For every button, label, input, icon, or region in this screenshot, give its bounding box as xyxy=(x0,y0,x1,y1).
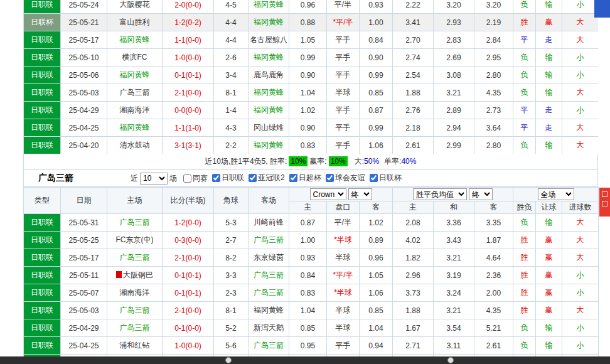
score-link[interactable]: 1-0(0-0) xyxy=(163,49,214,67)
scope-select[interactable]: 全场 xyxy=(538,188,574,200)
league-badge[interactable]: 日职联 xyxy=(24,102,61,119)
floating-top-button[interactable] xyxy=(594,0,610,18)
home-team-link[interactable]: 湘南海洋 xyxy=(120,105,150,114)
score-link[interactable]: 0-1(0-0) xyxy=(163,319,214,337)
same-competition-checkbox[interactable] xyxy=(183,174,191,183)
score-link[interactable]: 0-3(0-0) xyxy=(163,232,214,249)
ah-away-odds: 0.84 xyxy=(360,31,393,49)
eu-draw-odds: 3.21 xyxy=(434,84,474,102)
home-team-link[interactable]: 福冈黄蜂 xyxy=(120,123,150,132)
eu-away-odds: 2.61 xyxy=(474,337,513,355)
score-link[interactable]: 2-0(0-0) xyxy=(163,0,214,14)
ah-home-odds: 1.05 xyxy=(289,31,327,49)
league-filter-checkbox[interactable] xyxy=(249,174,257,182)
home-team-link[interactable]: 湘南海洋 xyxy=(120,288,150,297)
league-badge[interactable]: 日职联 xyxy=(24,267,61,284)
home-team-link[interactable]: 横滨FC xyxy=(122,53,147,62)
league-filters: 日职联亚冠联2日超杯球会友谊日联杯 xyxy=(208,173,402,184)
away-team-link[interactable]: 广岛三箭 xyxy=(254,270,284,279)
score-link[interactable]: 2-1(0-0) xyxy=(163,249,214,267)
league-filter-checkbox[interactable] xyxy=(370,174,378,182)
score-link[interactable]: 1-2(0-0) xyxy=(163,214,214,232)
score-link[interactable]: 3-1(3-1) xyxy=(163,137,214,154)
home-team-link[interactable]: 广岛三箭 xyxy=(120,323,150,332)
home-team-link[interactable]: FC东京(中) xyxy=(116,235,154,244)
league-badge[interactable]: 日职联 xyxy=(24,137,61,154)
league-badge[interactable]: 日联杯 xyxy=(24,14,61,31)
home-team-link[interactable]: 广岛三箭 xyxy=(120,253,150,262)
away-team-link[interactable]: 福冈黄蜂 xyxy=(254,0,284,9)
score-link[interactable]: 1-1(0-0) xyxy=(163,31,214,49)
home-team-link[interactable]: 福冈黄蜂 xyxy=(120,35,150,44)
league-badge[interactable]: 日职联 xyxy=(24,337,61,355)
league-badge[interactable]: 日职联 xyxy=(24,319,61,337)
floating-side-tab[interactable] xyxy=(599,188,610,217)
page: 日职联25-05-24大阪樱花2-0(0-0)4-5福冈黄蜂0.96平/半0.9… xyxy=(0,0,610,364)
result-handicap: 赢 xyxy=(536,267,562,284)
ah-line: 平手 xyxy=(327,102,360,119)
away-team-link[interactable]: 东京绿茵 xyxy=(254,253,284,262)
euro-odds-source-select[interactable]: 胜平负均值 xyxy=(413,188,467,200)
away-team-link[interactable]: 广岛三箭 xyxy=(254,341,284,350)
recent-count-select[interactable]: 10 xyxy=(140,173,168,185)
away-team-link[interactable]: 福冈黄蜂 xyxy=(254,306,284,314)
away-team-link[interactable]: 鹿岛鹿角 xyxy=(254,70,284,79)
away-team-link[interactable]: 名古屋鲸八 xyxy=(250,35,287,44)
away-team-link[interactable]: 冈山绿雉 xyxy=(254,123,284,132)
league-filter-checkbox[interactable] xyxy=(289,174,297,182)
home-team-link[interactable]: 浦和红钻 xyxy=(120,341,150,350)
league-badge[interactable]: 日职联 xyxy=(24,214,61,232)
eu-draw-odds: 3.08 xyxy=(434,67,474,84)
league-badge[interactable]: 日职联 xyxy=(24,119,61,137)
score-link[interactable]: 0-1(0-1) xyxy=(163,267,214,284)
league-badge[interactable]: 日职联 xyxy=(24,84,61,102)
away-team-link[interactable]: 广岛三箭 xyxy=(254,288,284,297)
away-team-cell: 福冈黄蜂 xyxy=(249,14,289,31)
home-team-link[interactable]: 广岛三箭 xyxy=(120,88,150,97)
bookmaker-select[interactable]: Crown xyxy=(310,188,346,200)
league-badge[interactable]: 日职联 xyxy=(24,67,61,84)
home-team-link[interactable]: 福冈黄蜂 xyxy=(120,70,150,79)
league-filter-checkbox[interactable] xyxy=(212,174,220,182)
home-team-link[interactable]: 清水鼓动 xyxy=(120,141,150,149)
corner-cell: 1-4 xyxy=(214,102,249,119)
score-link[interactable]: 0-0(0-0) xyxy=(163,102,214,119)
eu-final-select[interactable]: 终 xyxy=(469,188,493,200)
home-team-link[interactable]: 富山胜利 xyxy=(120,18,150,26)
league-badge[interactable]: 日职联 xyxy=(24,302,61,319)
league-badge[interactable]: 日职联 xyxy=(24,31,61,49)
score-link[interactable]: 0-1(0-1) xyxy=(163,284,214,302)
home-team-link[interactable]: 广岛三箭 xyxy=(120,306,150,314)
league-filter-checkbox[interactable] xyxy=(326,174,334,182)
score-link[interactable]: 1-0(0-0) xyxy=(163,337,214,355)
away-team-link[interactable]: 福冈黄蜂 xyxy=(254,141,284,149)
away-team-link[interactable]: 广岛三箭 xyxy=(254,235,284,244)
home-team-link[interactable]: 广岛三箭 xyxy=(120,218,150,227)
eu-home-odds: 1.88 xyxy=(393,302,434,319)
league-badge[interactable]: 日职联 xyxy=(24,232,61,249)
league-badge[interactable]: 日职联 xyxy=(24,49,61,67)
away-team-link[interactable]: 福冈黄蜂 xyxy=(254,18,284,26)
home-team-link[interactable]: 大阪钢巴 xyxy=(123,270,153,279)
ah-final-select[interactable]: 终 xyxy=(348,188,372,200)
league-badge[interactable]: 日职联 xyxy=(24,0,61,14)
away-team-cell: 福冈黄蜂 xyxy=(249,137,289,154)
score-link[interactable]: 2-1(0-0) xyxy=(163,302,214,319)
away-team-link[interactable]: 福冈黄蜂 xyxy=(254,105,284,114)
eu-away-odds: 3.64 xyxy=(474,119,513,137)
away-team-link[interactable]: 福冈黄蜂 xyxy=(254,53,284,62)
score-link[interactable]: 1-2(0-2) xyxy=(163,14,214,31)
overlay-circle-icon[interactable] xyxy=(225,357,232,363)
home-team-link[interactable]: 大阪樱花 xyxy=(120,0,150,9)
away-team-link[interactable]: 新泻天鹅 xyxy=(254,323,284,332)
corner-cell: 2-7 xyxy=(214,232,249,249)
overlay-circle-icon[interactable] xyxy=(447,357,454,363)
away-team-link[interactable]: 川崎前锋 xyxy=(254,218,284,227)
score-link[interactable]: 1-1(1-0) xyxy=(163,119,214,137)
league-badge[interactable]: 日职联 xyxy=(24,284,61,302)
score-link[interactable]: 2-1(0-0) xyxy=(163,84,214,102)
league-badge[interactable]: 日职联 xyxy=(24,249,61,267)
away-team-link[interactable]: 福冈黄蜂 xyxy=(254,88,284,97)
result-wdl: 胜 xyxy=(513,249,536,267)
score-link[interactable]: 0-1(0-1) xyxy=(163,67,214,84)
